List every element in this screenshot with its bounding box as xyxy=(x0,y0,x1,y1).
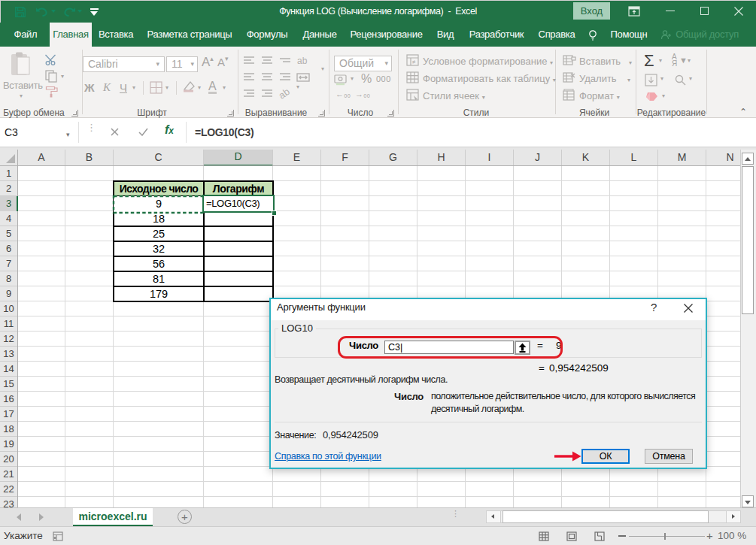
svg-text:ab: ab xyxy=(276,86,291,101)
svg-text:ab: ab xyxy=(297,56,308,66)
svg-text:≠: ≠ xyxy=(412,59,416,65)
